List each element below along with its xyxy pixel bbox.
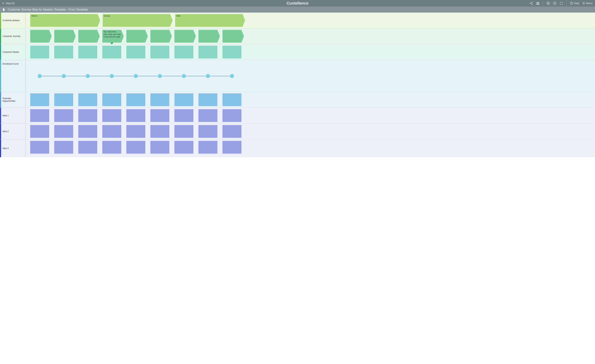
minus-circle-icon — [553, 1, 557, 5]
idea-card[interactable] — [174, 109, 193, 122]
journey-card[interactable] — [78, 30, 97, 42]
idea-card[interactable] — [78, 109, 97, 122]
journey-card[interactable] — [54, 30, 73, 42]
emotion-point[interactable] — [230, 74, 234, 78]
emotion-point[interactable] — [62, 74, 66, 78]
idea-card[interactable] — [198, 109, 217, 122]
collaborators-button[interactable] — [535, 1, 540, 6]
lane-content[interactable] — [26, 124, 595, 139]
journey-card[interactable] — [198, 30, 217, 42]
needs-card[interactable] — [174, 46, 193, 58]
idea-card[interactable] — [102, 125, 121, 138]
idea-card[interactable] — [54, 109, 73, 122]
lane-idea-3: Idea 3 — [0, 140, 595, 157]
fullscreen-button[interactable] — [559, 1, 564, 6]
help-label: Help — [574, 2, 579, 5]
help-button[interactable]: Help — [569, 2, 580, 5]
lane-label[interactable]: Potential Opportunities — [1, 92, 26, 108]
needs-card[interactable] — [78, 46, 97, 58]
emotion-point[interactable] — [182, 74, 186, 78]
journey-card[interactable] — [174, 30, 193, 42]
idea-card[interactable] — [102, 141, 121, 154]
emotion-point[interactable] — [38, 74, 42, 78]
journey-card[interactable]: Tip: Start here, then work your way to t… — [102, 30, 121, 42]
lane-label[interactable]: Idea 1 — [1, 108, 26, 123]
card-text: Before — [31, 15, 97, 17]
journey-card[interactable] — [222, 30, 241, 42]
idea-card[interactable] — [30, 125, 49, 138]
menu-button[interactable]: Menu — [581, 2, 593, 5]
lane-label[interactable]: Idea 2 — [1, 124, 26, 139]
lane-content[interactable] — [26, 60, 595, 92]
zoom-in-button[interactable] — [546, 1, 551, 6]
idea-card[interactable] — [30, 141, 49, 154]
idea-card[interactable] — [126, 109, 145, 122]
idea-card[interactable] — [198, 125, 217, 138]
opps-card[interactable] — [102, 93, 121, 106]
idea-card[interactable] — [222, 109, 241, 122]
opps-card[interactable] — [30, 93, 49, 106]
lane-label[interactable]: Customer Journey — [1, 28, 26, 44]
lane-label[interactable]: Idea 3 — [1, 140, 26, 157]
idea-card[interactable] — [222, 141, 241, 154]
emotion-point[interactable] — [158, 74, 162, 78]
idea-card[interactable] — [198, 141, 217, 154]
lane-content[interactable]: Before During After — [26, 13, 595, 28]
idea-card[interactable] — [150, 125, 169, 138]
idea-card[interactable] — [126, 141, 145, 154]
idea-card[interactable] — [78, 141, 97, 154]
lane-content[interactable] — [26, 140, 595, 157]
needs-card[interactable] — [102, 46, 121, 58]
phase-card[interactable]: After — [175, 14, 242, 27]
emotion-point[interactable] — [206, 74, 210, 78]
journey-card[interactable] — [150, 30, 169, 42]
map-canvas[interactable]: Customer phases Before During After Cust… — [0, 13, 595, 157]
journey-card[interactable] — [126, 30, 145, 42]
lane-label[interactable]: Customer phases — [1, 13, 26, 28]
phase-card[interactable]: Before — [30, 14, 98, 27]
lane-label[interactable]: Customer Needs — [1, 44, 26, 60]
idea-card[interactable] — [30, 109, 49, 122]
idea-card[interactable] — [78, 125, 97, 138]
lane-content[interactable] — [26, 44, 595, 60]
idea-card[interactable] — [54, 125, 73, 138]
idea-card[interactable] — [54, 141, 73, 154]
needs-card[interactable] — [54, 46, 73, 58]
opps-card[interactable] — [126, 93, 145, 106]
emotion-point[interactable] — [134, 74, 138, 78]
idea-card[interactable] — [150, 109, 169, 122]
idea-card[interactable] — [150, 141, 169, 154]
emotion-point[interactable] — [86, 74, 90, 78]
share-icon — [530, 1, 533, 5]
idea-card[interactable] — [174, 141, 193, 154]
idea-card[interactable] — [102, 109, 121, 122]
phase-card[interactable]: During — [103, 14, 170, 27]
lane-content[interactable]: Tip: Start here, then work your way to t… — [26, 28, 595, 44]
needs-card[interactable] — [150, 46, 169, 58]
zoom-out-button[interactable] — [552, 1, 557, 6]
lane-label[interactable]: Emotional Curve — [1, 60, 26, 92]
opps-card[interactable] — [150, 93, 169, 106]
opps-card[interactable] — [174, 93, 193, 106]
idea-card[interactable] — [126, 125, 145, 138]
opps-card[interactable] — [54, 93, 73, 106]
needs-card[interactable] — [222, 46, 241, 58]
opps-card[interactable] — [222, 93, 241, 106]
opps-card[interactable] — [78, 93, 97, 106]
lane-customer-phases: Customer phases Before During After — [0, 13, 595, 28]
emotional-curve-line — [26, 60, 256, 92]
map-list-link[interactable]: Map list — [2, 2, 14, 5]
opps-card[interactable] — [198, 93, 217, 106]
map-title[interactable]: Customer Journey Map for Ideation Templa… — [8, 8, 88, 11]
lane-content[interactable] — [26, 92, 595, 108]
idea-card[interactable] — [174, 125, 193, 138]
needs-card[interactable] — [30, 46, 49, 58]
needs-card[interactable] — [198, 46, 217, 58]
lane-idea-2: Idea 2 — [0, 124, 595, 140]
share-button[interactable] — [529, 1, 534, 6]
journey-card[interactable] — [30, 30, 49, 42]
lane-content[interactable] — [26, 108, 595, 123]
idea-card[interactable] — [222, 125, 241, 138]
needs-card[interactable] — [126, 46, 145, 58]
emotion-point[interactable] — [110, 74, 114, 78]
